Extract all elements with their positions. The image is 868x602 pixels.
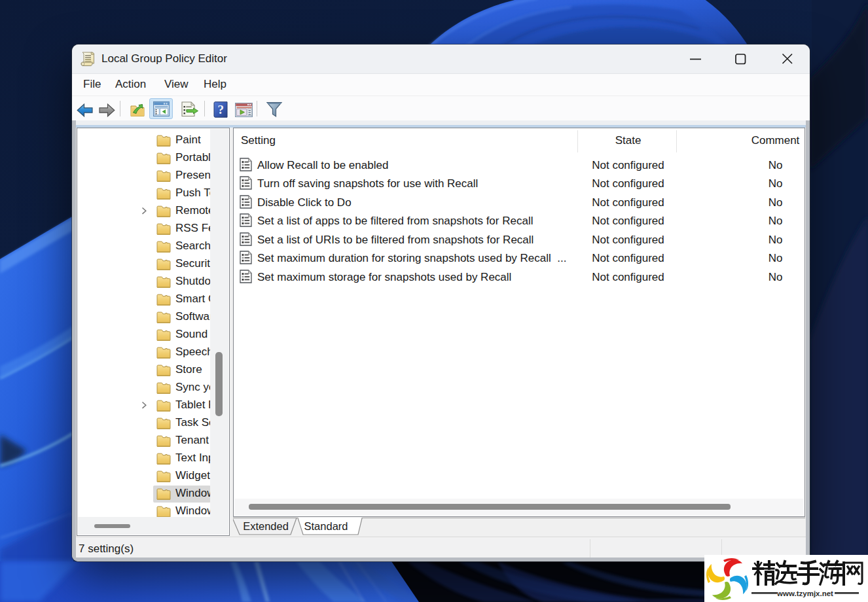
svg-text:?: ? [218,103,225,116]
svg-text:Standard: Standard [304,520,348,532]
svg-text:www.tzymjx.net: www.tzymjx.net [776,590,833,597]
svg-text:Extended: Extended [243,520,289,532]
